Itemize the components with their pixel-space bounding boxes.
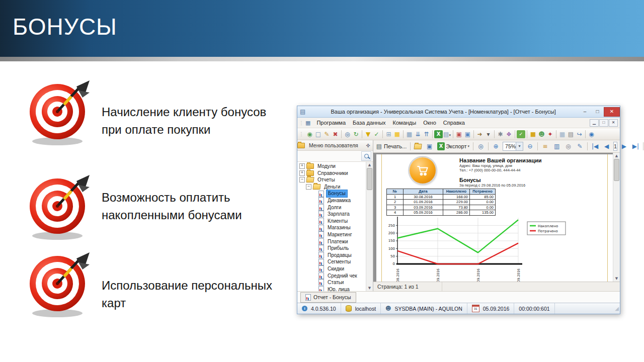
expand-icon[interactable]: + [299,170,305,176]
zoom-in-icon[interactable]: ⊕ [490,142,502,150]
menu-item[interactable]: Окно [420,120,440,126]
tree-item[interactable]: Бонусы [297,190,366,197]
tree-item[interactable]: Сегменты [297,258,366,265]
info-icon[interactable]: ◉ [587,130,596,138]
first-page-icon-glyph: |◀ [591,142,599,150]
tree-item[interactable]: Прибыль [297,245,366,252]
share-icon[interactable]: ↪ [575,130,584,138]
mdi-minimize-button[interactable]: ▁ [590,119,599,127]
open-report-icon[interactable] [414,144,422,149]
pin-icon[interactable]: ✜ [366,143,370,148]
tree-item[interactable]: Зарплата [297,211,366,218]
tree-item[interactable]: Магазины [297,224,366,231]
table-cell: 01.09.2016 [404,200,443,205]
scroll-down-icon[interactable]: ▼ [615,276,618,282]
toolbar-separator [362,130,362,138]
page-setup-icon[interactable]: ▥ [551,142,562,150]
tree-item[interactable]: Скидки [297,265,366,273]
minimize-button[interactable]: – [579,108,591,116]
copy-record-icon[interactable]: □ [314,130,323,138]
tree-item[interactable]: Клиенты [297,218,366,225]
chevron-down-icon[interactable]: ▾ [516,142,523,150]
next-page-icon[interactable]: ▶ [618,142,630,150]
filter-icon[interactable]: ▼ [364,130,372,138]
print-button[interactable]: ▤Печать... [373,142,409,150]
tree-item[interactable]: Платежи [297,238,366,245]
more-icon[interactable]: ▾ [484,130,493,138]
expand-all-icon[interactable]: ⇈ [422,130,431,138]
excel-export-icon[interactable]: X [434,130,443,138]
insert-column-icon[interactable]: ⊞ [384,130,393,138]
tree-item[interactable]: Динамика [297,197,366,204]
tree-item[interactable]: Юр. лица [297,286,366,291]
menu-item[interactable]: Справка [440,120,468,126]
filter-check-icon[interactable]: ✓ [372,130,381,138]
edit-page-icon[interactable]: ✎ [574,142,586,150]
exit-icon[interactable]: ➜ [475,130,484,138]
maximize-button[interactable]: □ [591,108,604,116]
delete-record-icon[interactable]: ✖ [331,130,340,138]
windows-icon[interactable]: ▣ [463,130,472,138]
tree-item[interactable]: Продавцы [297,252,366,259]
import-icon[interactable]: ▤▾ [443,130,451,138]
new-window-icon[interactable]: ▣ [455,130,463,138]
mdi-restore-button[interactable]: □ [599,119,608,127]
find-icon[interactable]: ◎ [562,142,574,150]
plug-icon[interactable]: ✦ [546,130,554,138]
zoom-select[interactable]: 75%▾ [503,142,523,151]
close-button[interactable]: ✕ [604,107,620,117]
status-bar: 4.0.536.10 localhost ☻ SYSDBA (MAIN) - A… [297,303,620,314]
note-icon[interactable]: ■ [393,130,401,138]
tree-item[interactable]: −Отчеты [297,176,366,184]
users-icon[interactable]: ☻ [537,130,546,138]
tree-item[interactable]: +Модули [297,163,366,170]
tree-item[interactable]: Средний чек [297,273,366,280]
first-page-icon[interactable]: |◀ [589,142,601,150]
report-structure-icon[interactable]: ≡ [539,142,551,150]
search-button[interactable] [361,151,371,161]
tree-item[interactable]: −Деньги [297,184,366,191]
preview-icon[interactable]: ◎ [475,142,487,150]
collapse-icon[interactable]: − [306,184,311,190]
settings-icon[interactable]: ✱ [496,130,505,138]
prev-page-icon[interactable]: ◀ [601,142,612,150]
export-button[interactable]: XЭкспорт▾ [435,142,471,150]
scrollbar-thumb[interactable] [614,159,619,181]
lock-icon[interactable]: ■ [529,130,537,138]
print-icon[interactable]: ▤ [567,130,575,138]
report-icon [318,252,324,258]
expand-icon[interactable]: + [299,163,305,169]
tab-report-bonuses[interactable]: Отчет - Бонусы [300,292,356,303]
attach-table-icon[interactable]: ▦ [405,130,414,138]
zoom-out-icon[interactable]: ⊖ [524,142,536,150]
mdi-close-button[interactable]: ✕ [609,119,618,127]
tree-item[interactable]: Долги [297,204,366,211]
resize-grip[interactable]: ◢ [615,306,619,311]
collapse-icon[interactable]: − [299,177,305,183]
design-icon[interactable]: ❖ [505,130,513,138]
apply-icon[interactable]: ✓ [517,130,525,138]
scroll-up-icon[interactable]: ▲ [368,162,371,168]
sidebar-scrollbar[interactable]: ▲ ▼ [366,162,373,291]
search-icon[interactable]: ◎ [343,130,352,138]
scrollbar-thumb[interactable] [367,168,372,190]
scroll-up-icon[interactable]: ▲ [615,153,618,159]
table-row: 303.09.201673.800.00 [387,205,496,210]
menu-item[interactable]: Программа [313,120,349,126]
edit-page-icon-glyph: ✎ [576,142,584,150]
collapse-all-icon[interactable]: ⇊ [414,130,422,138]
page-number-input[interactable]: 1 [613,142,617,151]
save-report-icon[interactable]: ▣ [424,142,435,150]
window-titlebar[interactable]: ▤ Ваша организация - Универсальная Систе… [297,106,620,118]
add-record-icon[interactable]: ◉ [305,130,314,138]
menu-item[interactable]: Команды [389,120,420,126]
grid-icon[interactable]: ▦ [558,130,567,138]
tree-item[interactable]: Маркетинг [297,231,366,238]
scroll-down-icon[interactable]: ▼ [368,285,371,291]
edit-record-icon[interactable]: ✎ [323,130,331,138]
tree-item[interactable]: Статьи [297,279,366,286]
last-page-icon[interactable]: ▶| [630,142,641,150]
menu-item[interactable]: База данных [349,120,389,126]
preview-scrollbar[interactable]: ▲ ▼ [613,153,620,282]
refresh-icon[interactable]: ↻ [352,130,360,138]
